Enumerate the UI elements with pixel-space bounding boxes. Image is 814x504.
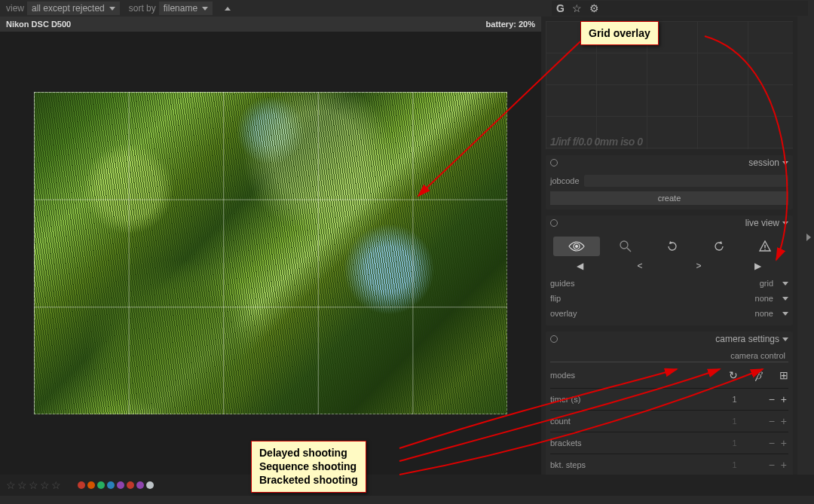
- timer-label: timer (s): [550, 395, 580, 404]
- flip-dropdown[interactable]: [782, 297, 788, 301]
- count-label: count: [550, 417, 571, 426]
- color-labels: [78, 481, 154, 489]
- color-dot-red[interactable]: [78, 481, 85, 489]
- chevron-down-icon: [202, 7, 208, 11]
- overlay-value: none: [755, 309, 773, 318]
- modes-label: modes: [550, 371, 575, 380]
- timer-value: 1: [733, 395, 737, 404]
- bktsteps-value: 1: [733, 460, 737, 469]
- flip-value: none: [755, 294, 773, 303]
- footer-bar: ☆ ☆ ☆ ☆ ☆: [0, 475, 814, 496]
- view-dropdown[interactable]: all except rejected: [27, 2, 120, 15]
- nav-right-icon[interactable]: ▶: [754, 261, 761, 271]
- count-plus[interactable]: +: [779, 415, 788, 427]
- annotation-shooting-modes: Delayed shooting Sequence shooting Brack…: [251, 441, 366, 493]
- jobcode-input[interactable]: [584, 175, 788, 187]
- sequence-shooting-icon[interactable]: 𝛽: [756, 369, 761, 382]
- panel-presets-button[interactable]: [550, 159, 558, 166]
- svg-line-2: [627, 248, 631, 252]
- live-preview-image[interactable]: [34, 92, 507, 414]
- guides-value: grid: [760, 279, 773, 288]
- brackets-label: brackets: [550, 438, 582, 447]
- flip-label: flip: [550, 294, 561, 303]
- rating-star-2[interactable]: ☆: [17, 479, 27, 491]
- guides-dropdown[interactable]: [782, 282, 788, 286]
- liveview-zoom-button[interactable]: [603, 237, 650, 256]
- chevron-down-icon: [109, 7, 115, 11]
- panel-collapse-icon[interactable]: [782, 221, 788, 225]
- overlay-dropdown[interactable]: [782, 312, 788, 316]
- brackets-plus[interactable]: +: [779, 437, 788, 449]
- liveview-rotate-cw-button[interactable]: [696, 237, 742, 256]
- rating-star-3[interactable]: ☆: [29, 479, 38, 491]
- color-dot-green[interactable]: [97, 481, 105, 489]
- svg-point-4: [764, 249, 766, 250]
- top-toolbar: view all except rejected sort by filenam…: [0, 0, 814, 17]
- rating-star-1[interactable]: ☆: [6, 479, 16, 491]
- camera-model: Nikon DSC D500: [6, 20, 71, 29]
- preview-header: Nikon DSC D500 battery: 20%: [0, 17, 541, 32]
- g-button[interactable]: G: [556, 2, 565, 14]
- camerasettings-panel: camera settings camera control modes ↻ 𝛽…: [546, 331, 793, 475]
- side-expand-tab[interactable]: [803, 222, 814, 252]
- nav-less-icon[interactable]: <: [637, 261, 642, 271]
- color-dot-blue[interactable]: [107, 481, 115, 489]
- bracketed-shooting-icon[interactable]: ⊞: [779, 369, 788, 382]
- brackets-minus[interactable]: −: [767, 437, 776, 449]
- exposure-info: 1/inf f/0.0 0mm iso 0: [550, 136, 643, 148]
- nav-greater-icon[interactable]: >: [696, 261, 701, 271]
- svg-point-1: [620, 241, 628, 249]
- overlay-label: overlay: [550, 309, 577, 318]
- nav-left-icon[interactable]: ◀: [577, 261, 583, 271]
- bktsteps-minus[interactable]: −: [767, 459, 776, 471]
- panel-presets-button[interactable]: [550, 219, 558, 227]
- timer-plus[interactable]: +: [779, 393, 788, 405]
- color-dot-purple[interactable]: [117, 481, 124, 489]
- svg-point-0: [575, 245, 578, 248]
- side-panels: 1/inf f/0.0 0mm iso 0 session jobcode cr…: [541, 17, 797, 475]
- liveview-warning-button[interactable]: [742, 237, 788, 256]
- color-dot-orange[interactable]: [87, 481, 95, 489]
- delayed-shooting-icon[interactable]: ↻: [729, 369, 738, 382]
- sort-label: sort by: [129, 3, 156, 14]
- battery-status: battery: 20%: [486, 20, 535, 29]
- timer-minus[interactable]: −: [767, 393, 776, 405]
- grid-overlay-guides: [34, 92, 507, 414]
- color-dot-red2[interactable]: [127, 481, 134, 489]
- count-minus[interactable]: −: [767, 415, 776, 427]
- gear-icon[interactable]: ⚙: [589, 2, 599, 14]
- sort-dropdown[interactable]: filename: [159, 2, 213, 15]
- brackets-value: 1: [733, 438, 737, 447]
- camera-control-subtitle: camera control: [550, 350, 788, 362]
- star-icon[interactable]: ☆: [572, 2, 582, 14]
- session-panel: session jobcode create: [546, 155, 793, 209]
- color-dot-purple2[interactable]: [136, 481, 144, 489]
- liveview-panel: live view: [546, 215, 793, 325]
- liveview-eye-button[interactable]: [553, 237, 600, 256]
- jobcode-label: jobcode: [550, 176, 580, 185]
- panel-collapse-icon[interactable]: [782, 338, 788, 341]
- panel-collapse-icon[interactable]: [782, 161, 788, 165]
- rating-star-4[interactable]: ☆: [40, 479, 50, 491]
- panel-presets-button[interactable]: [550, 335, 558, 343]
- guides-label: guides: [550, 279, 574, 288]
- view-label: view: [6, 3, 24, 14]
- color-dot-gray[interactable]: [146, 481, 154, 489]
- liveview-rotate-ccw-button[interactable]: [649, 237, 696, 256]
- sort-direction-toggle[interactable]: [225, 7, 231, 11]
- count-value: 1: [733, 417, 737, 426]
- bktsteps-label: bkt. steps: [550, 460, 586, 469]
- create-button[interactable]: create: [550, 191, 788, 205]
- annotation-grid-overlay: Grid overlay: [580, 21, 659, 45]
- preview-pane: Nikon DSC D500 battery: 20%: [0, 17, 541, 475]
- bktsteps-plus[interactable]: +: [779, 459, 788, 471]
- chevron-right-icon: [806, 234, 811, 241]
- rating-star-5[interactable]: ☆: [51, 479, 61, 491]
